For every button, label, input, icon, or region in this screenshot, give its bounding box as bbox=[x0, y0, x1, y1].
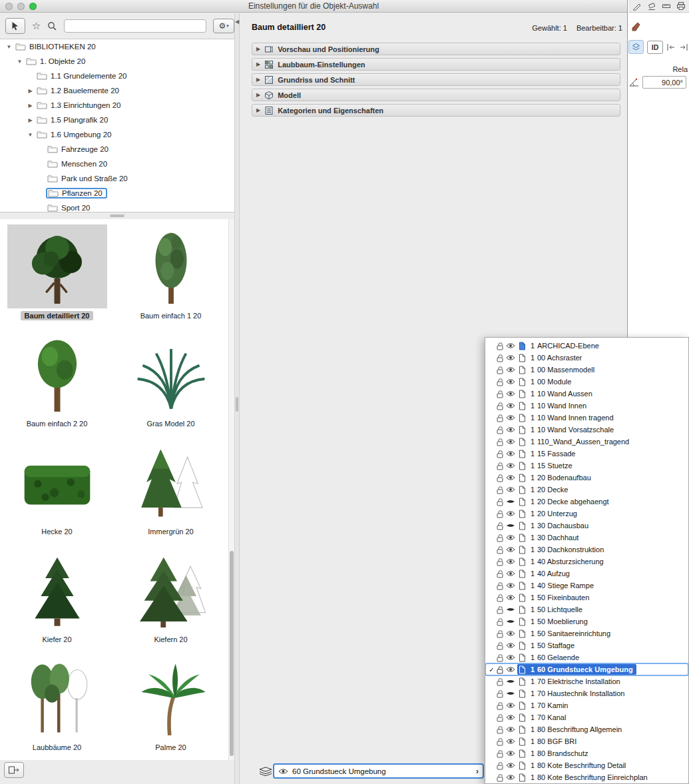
layer-row-15-stuetze[interactable]: 115 Stuetze bbox=[485, 460, 688, 472]
layer-row-40-aufzug[interactable]: 140 Aufzug bbox=[485, 568, 688, 580]
lock-open-icon[interactable] bbox=[496, 713, 504, 722]
collapse-panel-icon[interactable]: ◀ bbox=[234, 19, 240, 25]
eye-open-icon[interactable] bbox=[506, 666, 515, 673]
disclosure-closed-icon[interactable]: ▶ bbox=[25, 88, 35, 94]
lock-open-icon[interactable] bbox=[496, 486, 504, 494]
layer-row-30-dachhaut[interactable]: 130 Dachhaut bbox=[485, 532, 688, 544]
eye-open-icon[interactable] bbox=[506, 774, 515, 781]
lock-open-icon[interactable] bbox=[496, 474, 504, 482]
layer-row-80-kote-beschriftung-einreichplan[interactable]: 180 Kote Beschriftung Einreichplan bbox=[485, 771, 688, 783]
section-laubbaum-einstellungen[interactable]: ▶Laubbaum-Einstellungen bbox=[252, 58, 620, 71]
brush-tool-icon[interactable] bbox=[630, 20, 642, 32]
fill-type-icon[interactable] bbox=[519, 390, 526, 398]
fill-type-icon[interactable] bbox=[519, 761, 526, 770]
eye-open-icon[interactable] bbox=[506, 390, 515, 397]
fill-type-icon[interactable] bbox=[519, 438, 526, 446]
archicad-layer-icon[interactable] bbox=[519, 342, 526, 350]
layer-row-70-kanal[interactable]: 170 Kanal bbox=[485, 711, 688, 723]
tree-item-bibliotheken-20[interactable]: ▼BIBLIOTHEKEN 20 bbox=[0, 39, 234, 54]
pencil-icon[interactable] bbox=[632, 1, 642, 11]
lock-open-icon[interactable] bbox=[496, 498, 504, 506]
fill-type-icon[interactable] bbox=[519, 737, 526, 746]
lock-open-icon[interactable] bbox=[496, 558, 504, 566]
object-cursor-button[interactable] bbox=[5, 18, 25, 34]
layer-row-110-wand-aussen-tragend[interactable]: 1110_Wand_Aussen_tragend bbox=[485, 436, 688, 448]
fill-type-icon[interactable] bbox=[519, 354, 526, 362]
library-item-immergrün-20[interactable]: Immergrün 20 bbox=[114, 435, 228, 543]
fill-type-icon[interactable] bbox=[519, 725, 526, 734]
lock-open-icon[interactable] bbox=[496, 677, 504, 686]
layer-row-30-dachkonstruktion[interactable]: 130 Dachkonstruktion bbox=[485, 544, 688, 556]
library-item-baum-einfach-1-20[interactable]: Baum einfach 1 20 bbox=[114, 219, 228, 327]
eye-open-icon[interactable] bbox=[506, 414, 515, 421]
layer-row-70-elektrische-installation[interactable]: 170 Elektrische Installation bbox=[485, 675, 688, 687]
fill-type-icon[interactable] bbox=[519, 510, 526, 518]
id-button[interactable]: ID bbox=[647, 41, 663, 54]
lock-open-icon[interactable] bbox=[496, 725, 504, 734]
layer-row-00-massenmodell[interactable]: 100 Massenmodell bbox=[485, 364, 688, 376]
layer-row-00-achsraster[interactable]: 100 Achsraster bbox=[485, 352, 688, 364]
eye-open-icon[interactable] bbox=[506, 570, 515, 577]
layer-row-50-fixeinbauten[interactable]: 150 Fixeinbauten bbox=[485, 591, 688, 603]
lock-open-icon[interactable] bbox=[496, 546, 504, 554]
dialog-titlebar[interactable]: Einstellungen für die Objekt-Auswahl bbox=[0, 0, 627, 13]
fill-type-icon[interactable] bbox=[519, 582, 526, 590]
fill-type-icon[interactable] bbox=[519, 486, 526, 494]
tree-item-1-1-grundelemente-20[interactable]: 1.1 Grundelemente 20 bbox=[0, 69, 234, 83]
library-item-baum-detailliert-20[interactable]: Baum detailliert 20 bbox=[0, 219, 114, 327]
lock-open-icon[interactable] bbox=[496, 761, 504, 770]
lock-open-icon[interactable] bbox=[496, 653, 504, 662]
lock-open-icon[interactable] bbox=[496, 773, 504, 782]
layer-row-20-decke[interactable]: 120 Decke bbox=[485, 484, 688, 496]
eye-open-icon[interactable] bbox=[506, 402, 515, 409]
favorites-star-icon[interactable]: ☆ bbox=[32, 20, 41, 32]
layer-row-archicad-ebene[interactable]: 1ARCHICAD-Ebene bbox=[485, 340, 688, 352]
scrollbar-thumb[interactable] bbox=[230, 551, 234, 756]
layer-row-00-module[interactable]: 100 Module bbox=[485, 376, 688, 388]
layer-row-20-unterzug[interactable]: 120 Unterzug bbox=[485, 508, 688, 520]
fill-type-icon[interactable] bbox=[519, 450, 526, 458]
fill-type-icon[interactable] bbox=[519, 534, 526, 542]
lock-open-icon[interactable] bbox=[496, 665, 504, 674]
layer-row-80-kote-beschriftung-detail[interactable]: 180 Kote Beschriftung Detail bbox=[485, 759, 688, 771]
eye-open-icon[interactable] bbox=[506, 750, 515, 757]
eye-open-icon[interactable] bbox=[506, 594, 515, 601]
tree-item-1-6-umgebung-20[interactable]: ▼1.6 Umgebung 20 bbox=[0, 127, 234, 142]
eye-closed-icon[interactable] bbox=[506, 606, 515, 613]
fill-type-icon[interactable] bbox=[519, 701, 526, 710]
eye-open-icon[interactable] bbox=[506, 474, 515, 481]
eye-open-icon[interactable] bbox=[506, 510, 515, 517]
fill-type-icon[interactable] bbox=[519, 414, 526, 422]
layer-row-10-wand-innen[interactable]: 110 Wand Innen bbox=[485, 400, 688, 412]
lock-open-icon[interactable] bbox=[496, 617, 504, 626]
ruler-icon[interactable] bbox=[662, 1, 671, 11]
layer-row-60-gelaende[interactable]: 160 Gelaende bbox=[485, 651, 688, 663]
eye-closed-icon[interactable] bbox=[506, 690, 515, 697]
disclosure-closed-icon[interactable]: ▶ bbox=[256, 107, 260, 113]
fill-type-icon[interactable] bbox=[519, 378, 526, 386]
disclosure-open-icon[interactable]: ▼ bbox=[4, 44, 14, 50]
fill-type-icon[interactable] bbox=[519, 462, 526, 470]
tree-item-1-2-bauelemente-20[interactable]: ▶1.2 Bauelemente 20 bbox=[0, 83, 234, 98]
fill-type-icon[interactable] bbox=[519, 713, 526, 722]
lock-open-icon[interactable] bbox=[496, 366, 504, 374]
layer-row-10-wand-innen-tragend[interactable]: 110 Wand Innen tragend bbox=[485, 412, 688, 424]
eye-open-icon[interactable] bbox=[506, 642, 515, 649]
panel-splitter-handle[interactable] bbox=[236, 397, 238, 412]
eye-open-icon[interactable] bbox=[506, 426, 515, 433]
fill-type-icon[interactable] bbox=[519, 689, 526, 698]
lock-open-icon[interactable] bbox=[496, 522, 504, 530]
eye-open-icon[interactable] bbox=[506, 582, 515, 589]
eye-open-icon[interactable] bbox=[506, 486, 515, 493]
tree-item-menschen-20[interactable]: Menschen 20 bbox=[0, 157, 234, 171]
lock-open-icon[interactable] bbox=[496, 426, 504, 434]
fill-type-icon[interactable] bbox=[519, 677, 526, 686]
layer-row-80-bgf-bri[interactable]: 180 BGF BRI bbox=[485, 735, 688, 747]
layer-row-40-absturzsicherung[interactable]: 140 Absturzsicherung bbox=[485, 556, 688, 568]
eye-closed-icon[interactable] bbox=[506, 618, 515, 625]
eye-open-icon[interactable] bbox=[506, 630, 515, 637]
section-kategorien-und-eigenschaften[interactable]: ▶Kategorien und Eigenschaften bbox=[252, 104, 620, 117]
library-item-laubbäume-20[interactable]: Laubbäume 20 bbox=[0, 651, 114, 759]
layer-row-80-brandschutz[interactable]: 180 Brandschutz bbox=[485, 747, 688, 759]
lock-open-icon[interactable] bbox=[496, 534, 504, 542]
